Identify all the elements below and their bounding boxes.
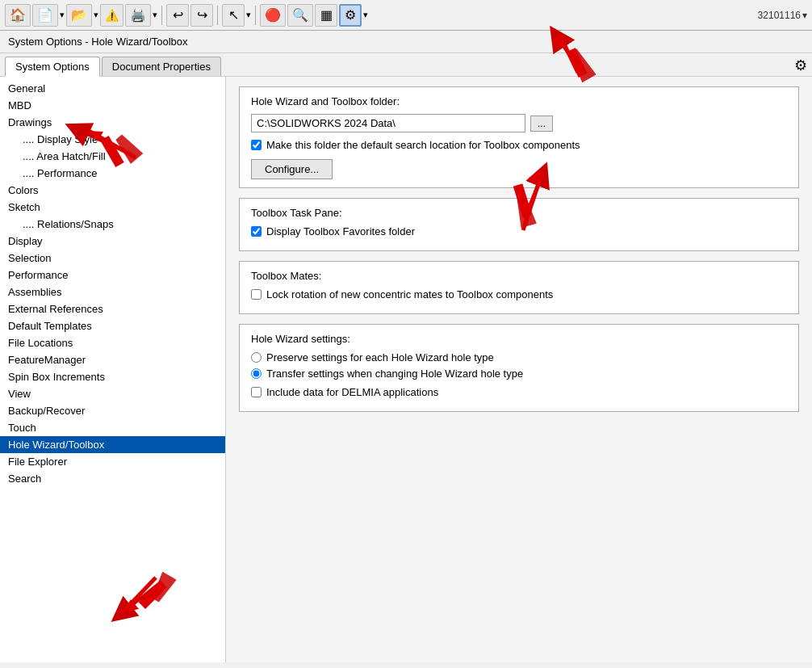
display-favorites-row: Display Toolbox Favorites folder <box>251 225 787 237</box>
open-button[interactable]: 📂 <box>66 4 92 27</box>
separator2 <box>217 6 218 25</box>
sidebar-item-relations-snaps[interactable]: .... Relations/Snaps <box>0 216 225 233</box>
sidebar-item-display-style[interactable]: .... Display Style <box>0 131 225 148</box>
configure-button[interactable]: Configure... <box>251 159 333 179</box>
toolbar: 🏠 📄 ▾ 📂 ▾ ⚠️ 🖨️ ▾ ↩ ↪ ↖ ▾ 🔴 🔍 ▦ ⚙ ▾ 3210… <box>0 0 812 31</box>
sidebar-item-touch[interactable]: Touch <box>0 419 225 436</box>
main-layout: General MBD Drawings .... Display Style … <box>0 77 812 662</box>
sidebar-item-performance[interactable]: Performance <box>0 267 225 284</box>
title-text: System Options - Hole Wizard/Toolbox <box>8 36 188 48</box>
sidebar: General MBD Drawings .... Display Style … <box>0 77 226 662</box>
warning-button[interactable]: ⚠️ <box>100 4 123 27</box>
sidebar-item-general[interactable]: General <box>0 80 225 97</box>
delmia-row: Include data for DELMIA applications <box>251 386 787 398</box>
zoom-button[interactable]: 🔍 <box>287 4 313 27</box>
preserve-label: Preserve settings for each Hole Wizard h… <box>266 351 494 363</box>
sidebar-item-sketch[interactable]: Sketch <box>0 199 225 216</box>
default-location-checkbox-row: Make this folder the default search loca… <box>251 139 787 151</box>
select-button[interactable]: ↖ <box>222 4 245 27</box>
toolbox-task-pane-title: Toolbox Task Pane: <box>251 207 787 219</box>
hole-wizard-settings-title: Hole Wizard settings: <box>251 333 787 345</box>
default-location-label: Make this folder the default search loca… <box>266 139 580 151</box>
separator3 <box>255 6 256 25</box>
transfer-settings-row: Transfer settings when changing Hole Wiz… <box>251 368 787 380</box>
tab-system-options[interactable]: System Options <box>5 57 100 77</box>
sidebar-item-area-hatch[interactable]: .... Area Hatch/Fill <box>0 148 225 165</box>
redo-button[interactable]: ↪ <box>190 4 213 27</box>
tab-settings-icon[interactable]: ⚙ <box>794 57 807 76</box>
sidebar-item-performance-drawings[interactable]: .... Performance <box>0 165 225 182</box>
sidebar-item-default-templates[interactable]: Default Templates <box>0 317 225 334</box>
tabs-area: System Options Document Properties ⚙ <box>0 53 812 77</box>
sidebar-item-file-locations[interactable]: File Locations <box>0 334 225 351</box>
sidebar-item-view[interactable]: View <box>0 385 225 402</box>
toolbox-mates-section: Toolbox Mates: Lock rotation of new conc… <box>239 261 799 314</box>
display-favorites-checkbox[interactable] <box>251 226 262 237</box>
sidebar-item-hole-wizard[interactable]: Hole Wizard/Toolbox <box>0 436 225 453</box>
browse-button[interactable]: ... <box>530 116 553 132</box>
folder-input-row: ... <box>251 114 787 132</box>
toolbox-task-pane-section: Toolbox Task Pane: Display Toolbox Favor… <box>239 198 799 251</box>
sidebar-item-spin-box[interactable]: Spin Box Increments <box>0 368 225 385</box>
layout-button[interactable]: ▦ <box>315 4 337 27</box>
print-button[interactable]: 🖨️ <box>125 4 151 27</box>
toolbox-mates-title: Toolbox Mates: <box>251 270 787 282</box>
delmia-checkbox[interactable] <box>251 387 262 397</box>
window-title: System Options - Hole Wizard/Toolbox <box>0 31 812 53</box>
tab-document-properties[interactable]: Document Properties <box>102 57 221 76</box>
transfer-label: Transfer settings when changing Hole Wiz… <box>266 368 523 380</box>
separator1 <box>161 6 162 25</box>
toolbar-number-suffix: ▾ <box>802 10 807 21</box>
display-favorites-label: Display Toolbox Favorites folder <box>266 225 415 237</box>
home-button[interactable]: 🏠 <box>5 4 31 27</box>
transfer-radio[interactable] <box>251 368 262 379</box>
sidebar-item-display[interactable]: Display <box>0 233 225 250</box>
sidebar-item-backup-recover[interactable]: Backup/Recover <box>0 402 225 419</box>
lock-rotation-label: Lock rotation of new concentric mates to… <box>266 288 553 300</box>
folder-path-input[interactable] <box>251 114 525 132</box>
hole-wizard-settings-section: Hole Wizard settings: Preserve settings … <box>239 324 799 412</box>
traffic-light-button[interactable]: 🔴 <box>260 4 286 27</box>
undo-button[interactable]: ↩ <box>166 4 189 27</box>
sidebar-item-drawings[interactable]: Drawings <box>0 114 225 131</box>
hole-wizard-folder-title: Hole Wizard and Toolbox folder: <box>251 95 787 107</box>
sidebar-item-assemblies[interactable]: Assemblies <box>0 284 225 300</box>
sidebar-item-file-explorer[interactable]: File Explorer <box>0 453 225 470</box>
sidebar-item-external-references[interactable]: External References <box>0 300 225 317</box>
sidebar-item-selection[interactable]: Selection <box>0 250 225 267</box>
sidebar-item-feature-manager[interactable]: FeatureManager <box>0 351 225 368</box>
sidebar-item-search[interactable]: Search <box>0 470 225 487</box>
hole-wizard-folder-section: Hole Wizard and Toolbox folder: ... Make… <box>239 86 799 188</box>
content-area: Hole Wizard and Toolbox folder: ... Make… <box>226 77 812 662</box>
sidebar-item-mbd[interactable]: MBD <box>0 97 225 114</box>
preserve-radio[interactable] <box>251 352 262 363</box>
new-button[interactable]: 📄 <box>32 4 58 27</box>
default-location-checkbox[interactable] <box>251 140 262 150</box>
sidebar-item-colors[interactable]: Colors <box>0 182 225 199</box>
settings-button[interactable]: ⚙ <box>339 4 362 27</box>
delmia-label: Include data for DELMIA applications <box>266 386 438 398</box>
lock-rotation-row: Lock rotation of new concentric mates to… <box>251 288 787 300</box>
toolbar-number: 32101116 <box>758 10 801 21</box>
preserve-settings-row: Preserve settings for each Hole Wizard h… <box>251 351 787 363</box>
lock-rotation-checkbox[interactable] <box>251 289 262 300</box>
